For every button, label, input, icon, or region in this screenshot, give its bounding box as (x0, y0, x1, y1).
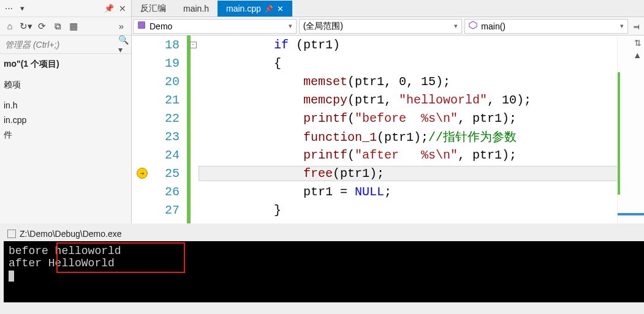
fold-toggle-icon[interactable]: - (190, 42, 197, 48)
project-icon (137, 21, 146, 31)
code-text[interactable]: printf("after %s\n", ptr1); (199, 148, 617, 162)
code-text[interactable]: memset(ptr1, 0, 15); (199, 75, 617, 89)
line-number: 21 (153, 93, 187, 107)
tab-main-cpp[interactable]: main.cpp 📌 ✕ (218, 1, 292, 17)
chevron-down-icon: ▾ (289, 22, 292, 30)
pin-icon[interactable]: 📌 (103, 2, 115, 15)
copy-icon[interactable]: ⧉ (50, 20, 65, 33)
code-text[interactable]: free(ptr1); (199, 166, 617, 181)
line-number: 26 (153, 185, 187, 199)
tab-main-h[interactable]: main.h (175, 1, 218, 17)
nav-scope-label: (全局范围) (303, 21, 343, 32)
nav-project[interactable]: Demo ▾ (133, 19, 297, 34)
console-titlebar[interactable]: Z:\Demo\Debug\Demo.exe (4, 226, 644, 241)
panel-titlebar: ⋯ ▾ 📌 ✕ (0, 0, 131, 17)
solution-node[interactable]: mo"(1 个项目) (0, 56, 131, 72)
tab-label: main.cpp (226, 4, 261, 13)
home-icon[interactable]: ⌂ (2, 20, 17, 33)
code-line[interactable]: 24 printf("after %s\n", ptr1); (132, 146, 617, 164)
search-row: 🔍▾ (0, 36, 131, 54)
tree-item[interactable]: 件 (0, 127, 131, 143)
tab-label: 反汇编 (140, 3, 166, 14)
split-editor-icon[interactable]: ⫤ (629, 21, 644, 31)
history-icon[interactable]: ↻▾ (18, 20, 33, 33)
document-tabs: 反汇编 main.h main.cpp 📌 ✕ (132, 0, 644, 17)
tree-item[interactable]: in.h (0, 98, 131, 113)
code-line[interactable]: ➔25 free(ptr1); (132, 164, 617, 182)
code-line[interactable]: 18- if (ptr1) (132, 36, 617, 54)
nav-function[interactable]: main() ▾ (464, 19, 628, 34)
method-icon (469, 21, 477, 31)
svg-marker-2 (469, 21, 477, 29)
code-line[interactable]: 19 { (132, 54, 617, 72)
panel-menu-icon[interactable]: ⋯ (2, 2, 15, 15)
code-line[interactable]: 27 } (132, 201, 617, 219)
tree-item[interactable] (0, 93, 131, 98)
dropdown-icon[interactable]: ▾ (16, 2, 28, 15)
chevron-down-icon: ▾ (454, 22, 458, 30)
line-number: 27 (153, 203, 187, 217)
code-text[interactable]: memcpy(ptr1, "helloworld", 10); (199, 93, 617, 107)
code-text[interactable]: } (199, 203, 617, 217)
sync-icon[interactable]: ⇅ (634, 38, 642, 48)
nav-scope[interactable]: (全局范围) ▾ (299, 19, 463, 34)
tab-disassembly[interactable]: 反汇编 (132, 1, 175, 17)
tree-item[interactable]: 赖项 (0, 77, 131, 93)
code-line[interactable]: 23 function_1(ptr1);//指针作为参数 (132, 127, 617, 146)
app-icon (7, 230, 16, 238)
svg-rect-0 (138, 22, 145, 29)
code-text[interactable]: { (199, 56, 617, 70)
console-window: Z:\Demo\Debug\Demo.exe before helloworld… (4, 226, 644, 302)
code-line[interactable]: 22 printf("before %s\n", ptr1); (132, 109, 617, 127)
code-line[interactable]: 21 memcpy(ptr1, "helloworld", 10); (132, 91, 617, 109)
execution-pointer-icon: ➔ (137, 168, 148, 179)
line-number: 18 (153, 38, 187, 52)
code-text[interactable]: ptr1 = NULL; (199, 185, 617, 199)
console-title-text: Z:\Demo\Debug\Demo.exe (20, 229, 122, 239)
tab-label: main.h (183, 4, 209, 13)
solution-explorer-panel: ⋯ ▾ 📌 ✕ ⌂ ↻▾ ⟳ ⧉ ▦ » 🔍▾ mo"(1 个项目) 赖项 in… (0, 0, 132, 223)
line-number: 23 (153, 130, 187, 144)
line-number: 19 (153, 56, 187, 70)
properties-icon[interactable]: ▦ (66, 20, 81, 33)
editor-area: 反汇编 main.h main.cpp 📌 ✕ Demo ▾ (全局范围) ▾ (132, 0, 644, 223)
code-text[interactable]: printf("before %s\n", ptr1); (199, 111, 617, 125)
search-input[interactable] (2, 39, 116, 51)
console-output[interactable]: before helloworld after HelloWorld (4, 241, 644, 302)
pin-icon[interactable]: 📌 (265, 5, 273, 13)
solution-tree[interactable]: mo"(1 个项目) 赖项 in.h in.cpp 件 (0, 54, 131, 223)
line-number: 22 (153, 111, 187, 125)
close-icon[interactable]: ✕ (116, 4, 129, 13)
line-number: 24 (153, 148, 187, 162)
close-icon[interactable]: ✕ (277, 4, 284, 13)
tree-item[interactable]: in.cpp (0, 113, 131, 127)
code-text[interactable]: if (ptr1) (199, 38, 617, 52)
navigation-bar: Demo ▾ (全局范围) ▾ main() ▾ ⫤ (132, 17, 644, 36)
collapse-up-icon[interactable]: ▲ (633, 50, 642, 60)
code-line[interactable]: 26 ptr1 = NULL; (132, 182, 617, 201)
line-number: 20 (153, 75, 187, 89)
line-number: 25 (153, 166, 187, 181)
explorer-toolbar: ⌂ ↻▾ ⟳ ⧉ ▦ » (0, 17, 131, 36)
breakpoint-margin[interactable]: ➔ (132, 168, 153, 179)
more-icon[interactable]: » (114, 20, 129, 33)
chevron-down-icon: ▾ (620, 22, 624, 30)
cursor (9, 271, 14, 282)
nav-function-label: main() (481, 21, 506, 31)
tree-item[interactable] (0, 72, 131, 77)
scroll-minimap[interactable]: ⇅ ▲ (617, 36, 644, 223)
refresh-icon[interactable]: ⟳ (34, 20, 49, 33)
code-line[interactable]: 20 memset(ptr1, 0, 15); (132, 72, 617, 91)
highlight-annotation (56, 242, 185, 273)
search-icon[interactable]: 🔍▾ (116, 35, 131, 54)
code-editor[interactable]: 18- if (ptr1)19 {20 memset(ptr1, 0, 15);… (132, 36, 644, 223)
code-text[interactable]: function_1(ptr1);//指针作为参数 (199, 129, 617, 145)
nav-project-label: Demo (150, 21, 172, 31)
